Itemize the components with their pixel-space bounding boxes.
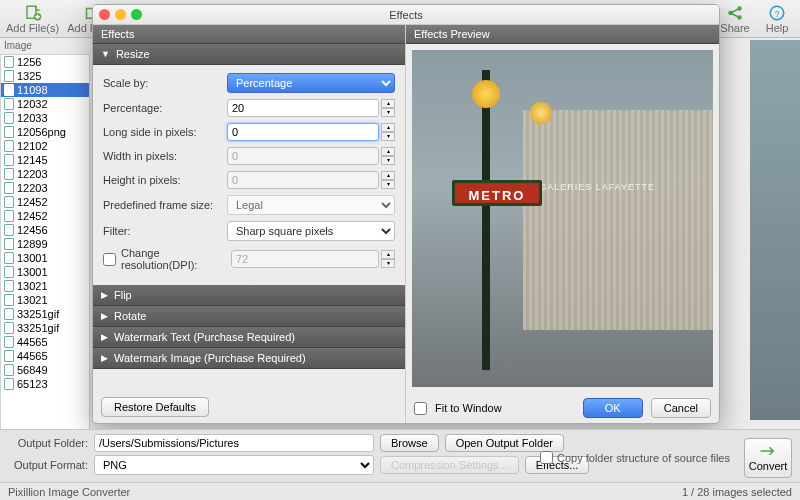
minimize-icon[interactable] [115,9,126,20]
close-icon[interactable] [99,9,110,20]
effects-preview-image: GALERIES LAFAYETTE METRO [412,50,713,387]
dpi-stepper[interactable]: ▴▾ [381,250,395,268]
list-item[interactable]: 13021 [1,293,89,307]
cancel-button[interactable]: Cancel [651,398,711,418]
list-item[interactable]: 13001 [1,251,89,265]
list-item[interactable]: 13001 [1,265,89,279]
chevron-right-icon: ▶ [101,353,108,363]
add-files-button[interactable]: Add File(s) [6,4,59,34]
list-item[interactable]: 13021 [1,279,89,293]
long-side-stepper[interactable]: ▴▾ [381,123,395,141]
chevron-right-icon: ▶ [101,332,108,342]
list-item-label: 44565 [17,350,48,362]
file-icon [4,252,14,264]
list-item[interactable]: 44565 [1,335,89,349]
copy-folder-structure-row[interactable]: Copy folder structure of source files [540,451,730,464]
main-preview-strip [750,40,800,420]
convert-label: Convert [749,460,788,472]
list-item[interactable]: 12033 [1,111,89,125]
list-item-label: 12456 [17,224,48,236]
file-icon [4,70,14,82]
percentage-input[interactable] [227,99,379,117]
list-item-label: 44565 [17,336,48,348]
list-item-label: 33251gif [17,322,59,334]
convert-button[interactable]: Convert [744,438,792,478]
list-item[interactable]: 33251gif [1,307,89,321]
scale-by-label: Scale by: [103,77,227,89]
section-flip[interactable]: ▶Flip [93,285,405,306]
preview-metro-sign: METRO [452,180,542,206]
restore-defaults-button[interactable]: Restore Defaults [101,397,209,417]
list-item[interactable]: 56849 [1,363,89,377]
file-icon [4,238,14,250]
percentage-label: Percentage: [103,102,227,114]
list-item[interactable]: 12145 [1,153,89,167]
convert-icon [759,444,777,458]
add-file-icon [24,4,42,22]
list-item[interactable]: 12452 [1,195,89,209]
list-item[interactable]: 12456 [1,223,89,237]
list-item[interactable]: 12056png [1,125,89,139]
file-icon [4,210,14,222]
scale-by-select[interactable]: Percentage [227,73,395,93]
list-item[interactable]: 12032 [1,97,89,111]
list-item[interactable]: 12899 [1,237,89,251]
file-icon [4,168,14,180]
height-stepper[interactable]: ▴▾ [381,171,395,189]
fit-to-window-checkbox[interactable] [414,402,427,415]
section-watermark-text[interactable]: ▶Watermark Text (Purchase Required) [93,327,405,348]
height-label: Height in pixels: [103,174,227,186]
maximize-icon[interactable] [131,9,142,20]
list-item[interactable]: 65123 [1,377,89,391]
output-format-select[interactable]: PNG [94,455,374,475]
file-icon [4,126,14,138]
dialog-titlebar[interactable]: Effects [93,5,719,25]
filter-select[interactable]: Sharp square pixels [227,221,395,241]
width-stepper[interactable]: ▴▾ [381,147,395,165]
list-item[interactable]: 12203 [1,167,89,181]
open-output-folder-button[interactable]: Open Output Folder [445,434,564,452]
output-folder-input[interactable] [94,434,374,452]
file-icon [4,322,14,334]
file-icon [4,350,14,362]
file-list[interactable]: 1256132511098120321203312056png121021214… [0,54,90,434]
compression-settings-button: Compression Settings... [380,456,519,474]
list-item-label: 56849 [17,364,48,376]
file-icon [4,280,14,292]
section-rotate[interactable]: ▶Rotate [93,306,405,327]
list-item[interactable]: 33251gif [1,321,89,335]
help-button[interactable]: ? Help [760,4,794,34]
svg-text:?: ? [775,9,780,18]
file-icon [4,112,14,124]
status-bar: Pixillion Image Converter 1 / 28 images … [0,482,800,500]
change-resolution-checkbox[interactable] [103,253,116,266]
list-item-label: 13021 [17,280,48,292]
percentage-stepper[interactable]: ▴▾ [381,99,395,117]
long-side-input[interactable] [227,123,379,141]
preview-pane-header: Effects Preview [406,25,719,44]
file-icon [4,56,14,68]
list-item-label: 12203 [17,168,48,180]
list-item-label: 12032 [17,98,48,110]
list-item[interactable]: 11098 [1,83,89,97]
file-icon [4,294,14,306]
copy-folder-structure-checkbox[interactable] [540,451,553,464]
list-item[interactable]: 44565 [1,349,89,363]
share-button[interactable]: Share [718,4,752,34]
list-item[interactable]: 12203 [1,181,89,195]
list-item[interactable]: 12452 [1,209,89,223]
list-item-label: 13001 [17,266,48,278]
list-item[interactable]: 1256 [1,55,89,69]
section-resize[interactable]: ▼Resize [93,44,405,65]
list-item[interactable]: 12102 [1,139,89,153]
effects-pane-header: Effects [93,25,405,44]
selection-status: 1 / 28 images selected [682,486,792,498]
list-item-label: 12203 [17,182,48,194]
resize-form: Scale by: Percentage Percentage: ▴▾ Long… [93,65,405,285]
browse-button[interactable]: Browse [380,434,439,452]
file-icon [4,378,14,390]
ok-button[interactable]: OK [583,398,643,418]
list-item[interactable]: 1325 [1,69,89,83]
section-watermark-image[interactable]: ▶Watermark Image (Purchase Required) [93,348,405,369]
output-folder-label: Output Folder: [6,437,88,449]
